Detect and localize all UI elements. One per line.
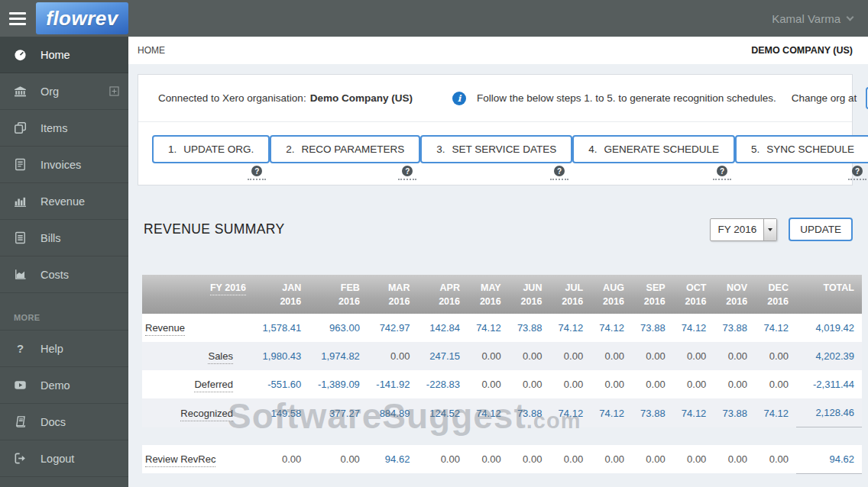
info-icon[interactable]: i [452,92,466,105]
help-icon[interactable]: ? [251,166,262,176]
value-cell[interactable]: 142.84 [417,314,468,342]
step-help[interactable]: ? [550,166,568,180]
app-logo[interactable]: flowrev [36,2,128,34]
fiscal-year-select[interactable]: FY 2016 [710,218,777,241]
row-label[interactable]: Deferred [194,379,233,392]
sidebar-item-home[interactable]: Home [0,37,128,73]
total-cell[interactable]: -2,311.44 [796,370,862,398]
value-cell[interactable]: 94.62 [368,445,418,474]
row-label[interactable]: Review RevRec [145,453,215,467]
total-cell[interactable]: 94.62 [796,445,862,474]
value-cell[interactable]: 73.88 [632,398,673,427]
step-button-3[interactable]: 3.SET SERVICE DATES [420,135,572,163]
value-cell[interactable]: 1,578.41 [254,314,309,342]
step-button-1[interactable]: 1.UPDATE ORG. [152,135,270,163]
value-cell[interactable]: 74.12 [673,398,714,427]
value-cell[interactable]: 73.88 [509,314,550,342]
sidebar-item-help[interactable]: ?Help [0,331,128,367]
step-button-5[interactable]: 5.SYNC SCHEDULE [735,135,868,163]
value-cell[interactable]: 74.12 [549,398,591,427]
step-4: 4.GENERATE SCHEDULE ? [572,135,735,180]
value-cell: 0.00 [673,370,714,398]
value-cell[interactable]: 74.12 [549,314,591,342]
sidebar-item-docs[interactable]: Docs [0,404,128,440]
connect-panel: Connected to Xero organisation: Demo Com… [138,74,853,185]
breadcrumb-bar: HOME DEMO COMPANY (US) [128,37,868,64]
help-icon[interactable]: ? [717,166,727,176]
step-number: 3. [436,144,445,155]
value-cell: 0.00 [755,342,796,370]
value-cell[interactable]: 963.00 [309,314,368,342]
step-button-4[interactable]: 4.GENERATE SCHEDULE [572,135,735,163]
help-icon[interactable]: ? [402,166,413,176]
value-cell[interactable]: 1,974.82 [309,342,368,370]
value-cell[interactable]: 73.88 [714,398,755,427]
value-cell[interactable]: 884.89 [368,398,418,427]
step-3: 3.SET SERVICE DATES ? [420,135,572,180]
step-number: 1. [168,144,177,155]
total-cell[interactable]: 4,202.39 [796,342,862,370]
step-help[interactable]: ? [713,166,731,180]
value-cell[interactable]: 247.15 [417,342,468,370]
video-play-icon [14,379,29,392]
sidebar-item-org[interactable]: Org [0,73,128,110]
expand-plus-icon[interactable] [109,86,119,96]
value-cell[interactable]: 74.12 [468,314,509,342]
value-cell[interactable]: 74.12 [468,398,509,427]
total-cell[interactable]: 4,019.42 [796,314,862,342]
bar-chart-icon [14,195,29,208]
value-cell[interactable]: 74.12 [591,398,632,427]
step-help[interactable]: ? [398,166,416,180]
step-help[interactable]: ? [248,166,266,180]
help-icon[interactable]: ? [852,166,863,176]
value-cell[interactable]: 74.12 [755,314,796,342]
sidebar-item-costs[interactable]: Costs [0,256,128,293]
row-label[interactable]: Sales [208,350,233,364]
total-cell[interactable]: 2,128.46 [796,398,862,427]
select-arrow-icon[interactable] [763,219,776,240]
value-cell[interactable]: -141.92 [368,370,418,398]
value-cell[interactable]: -228.83 [417,370,468,398]
column-header-fy[interactable]: FY 2016 [142,275,254,314]
value-cell[interactable]: 73.88 [714,314,755,342]
steps-instructions: Follow the below steps 1. to 5. to gener… [477,92,776,104]
value-cell[interactable]: 73.88 [509,398,550,427]
sidebar-item-revenue[interactable]: Revenue [0,183,128,220]
help-icon[interactable]: ? [554,166,565,176]
value-cell[interactable]: 149.58 [254,398,309,427]
value-cell[interactable]: 1,980.43 [254,342,309,370]
step-button-2[interactable]: 2.RECO PARAMETERS [270,135,420,163]
value-cell: 0.00 [714,445,755,474]
user-menu[interactable]: Kamal Varma [772,12,868,25]
table-row: Recognized149.58377.27884.89124.5274.127… [142,398,862,427]
value-cell[interactable]: 74.12 [591,314,632,342]
sidebar-item-label: Docs [40,416,66,428]
value-cell: 0.00 [309,445,368,474]
sidebar-item-demo[interactable]: Demo [0,367,128,404]
value-cell: 0.00 [254,445,309,474]
value-cell: 0.00 [632,370,673,398]
sidebar-item-items[interactable]: Items [0,110,128,147]
breadcrumb[interactable]: HOME [138,45,165,56]
row-label[interactable]: Recognized [180,408,233,421]
value-cell[interactable]: 74.12 [673,314,714,342]
update-button[interactable]: UPDATE [789,218,853,241]
column-header-total: TOTAL [796,275,862,314]
value-cell[interactable]: -1,389.09 [309,370,368,398]
sidebar-item-invoices[interactable]: Invoices [0,147,128,183]
value-cell[interactable]: 742.97 [368,314,418,342]
value-cell[interactable]: -551.60 [254,370,309,398]
step-help[interactable]: ? [848,166,866,180]
help-dotted-underline [550,179,568,180]
value-cell[interactable]: 124.52 [417,398,468,427]
value-cell[interactable]: 377.27 [309,398,368,427]
value-cell[interactable]: 73.88 [632,314,673,342]
sidebar-item-logout[interactable]: Logout [0,440,128,477]
file-invoice-icon [14,158,29,171]
value-cell[interactable]: 74.12 [755,398,796,427]
value-cell: 0.00 [368,342,418,370]
sidebar-item-label: Items [40,122,67,134]
sidebar-item-bills[interactable]: Bills [0,220,128,256]
hamburger-menu-icon[interactable] [0,0,35,37]
row-label[interactable]: Revenue [145,322,185,336]
